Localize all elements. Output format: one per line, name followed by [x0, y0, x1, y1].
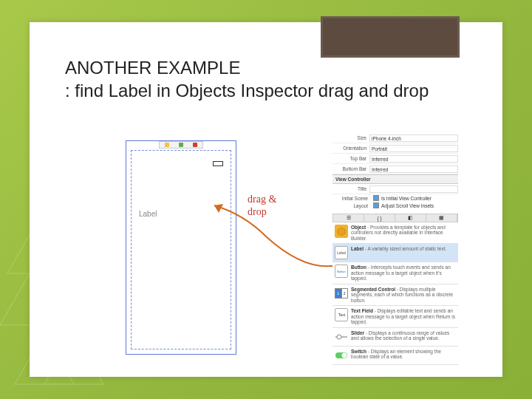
- library-item-button[interactable]: Button Button - Intercepts touch events …: [332, 262, 458, 284]
- library-tab[interactable]: ◧: [395, 214, 426, 222]
- insp-section-header: View Controller: [332, 174, 458, 184]
- inspector-panel: Size iPhone 4-inch Orientation Portrait …: [332, 133, 458, 365]
- insp-row-orientation: Orientation Portrait: [332, 143, 458, 154]
- toolbar-icon: [165, 143, 169, 147]
- insp-row-title: Title: [332, 184, 458, 194]
- title-field[interactable]: [369, 185, 458, 193]
- button-icon: Button: [335, 265, 348, 278]
- phone-view: Label: [131, 150, 231, 349]
- accent-box: [321, 16, 460, 58]
- insp-row-topbar: Top Bar Inferred: [332, 154, 458, 164]
- initial-scene-checkbox[interactable]: [373, 195, 379, 201]
- library-tabs: ☰ { } ◧ ▦: [332, 214, 458, 222]
- library-item-slider[interactable]: Slider - Displays a continuous range of …: [332, 328, 458, 347]
- content-area: Label drag & drop Size iPhone 4-inch Ori…: [126, 140, 458, 362]
- library-tab[interactable]: ▦: [426, 214, 457, 222]
- slide-title: ANOTHER EXAMPLE : find Label in Objects …: [65, 56, 458, 102]
- battery-icon: [213, 161, 223, 166]
- drag-drop-annotation: drag & drop: [248, 194, 276, 219]
- insp-row-initial-scene: Initial Scene Is Initial View Controller: [332, 194, 458, 202]
- insp-row-layout: Layout Adjust Scroll View Insets: [332, 202, 458, 209]
- object-library: ☰ { } ◧ ▦ Object - Provides a template f…: [332, 214, 458, 365]
- library-item-textfield[interactable]: Text Text Field - Displays editable text…: [332, 306, 458, 327]
- toolbar-icon: [193, 143, 197, 147]
- library-item-switch[interactable]: Switch - Displays an element showing the…: [332, 347, 458, 365]
- topbar-select[interactable]: Inferred: [369, 155, 458, 163]
- textfield-icon: Text: [335, 308, 348, 321]
- title-line1: ANOTHER EXAMPLE: [65, 58, 240, 78]
- title-line2: : find Label in Objects Inspector drag a…: [65, 81, 429, 100]
- toolbar-icon: [179, 143, 183, 147]
- svg-point-10: [342, 352, 347, 358]
- phone-canvas: Label: [126, 140, 236, 355]
- orientation-select[interactable]: Portrait: [369, 145, 458, 152]
- library-item-segmented[interactable]: 12 Segmented Control - Displays multiple…: [332, 284, 458, 306]
- library-tab[interactable]: { }: [364, 214, 395, 222]
- library-tab[interactable]: ☰: [333, 214, 364, 222]
- layout-checkbox[interactable]: [373, 202, 379, 208]
- slider-icon: [335, 330, 348, 344]
- size-select[interactable]: iPhone 4-inch: [369, 134, 458, 142]
- library-item-label[interactable]: Label Label - A variably sized amount of…: [332, 244, 458, 262]
- svg-point-8: [337, 335, 341, 339]
- switch-icon: [335, 349, 348, 362]
- slide-card: ANOTHER EXAMPLE : find Label in Objects …: [30, 22, 502, 377]
- cube-icon: [335, 225, 348, 238]
- label-icon: Label: [335, 246, 348, 259]
- svg-marker-6: [338, 228, 345, 236]
- dropped-label-control[interactable]: Label: [139, 210, 157, 218]
- segmented-icon: 12: [335, 287, 348, 300]
- library-item-object[interactable]: Object - Provides a template for objects…: [332, 222, 458, 244]
- insp-row-size: Size iPhone 4-inch: [332, 133, 458, 143]
- insp-row-bottombar: Bottom Bar Inferred: [332, 164, 458, 174]
- bottombar-select[interactable]: Inferred: [369, 166, 458, 173]
- phone-toolbar: [159, 141, 202, 149]
